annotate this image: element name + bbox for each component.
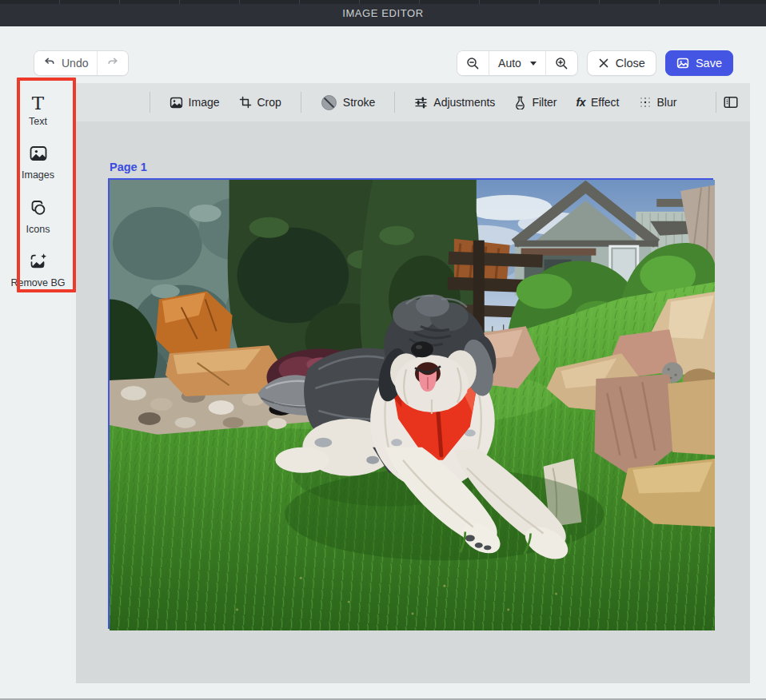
canvas-area[interactable]: Page 1 [76, 121, 750, 683]
save-label: Save [696, 57, 722, 70]
toolbar-divider [716, 92, 716, 113]
tool-stroke[interactable]: Stroke [321, 94, 375, 111]
zoom-controls: Auto [457, 50, 578, 76]
close-button[interactable]: Close [587, 50, 656, 76]
sidebar-item-text[interactable]: T Text [10, 93, 67, 127]
zoom-level-value: Auto [498, 57, 521, 70]
tool-crop-label: Crop [257, 96, 281, 109]
effect-fx-icon: fx [576, 96, 585, 109]
tool-image-label: Image [189, 96, 220, 109]
sidebar-item-remove-bg-label: Remove BG [10, 277, 65, 288]
editor-panel: Image Crop Stroke Adjustments Filter fx [76, 83, 750, 683]
zoom-in-button[interactable] [545, 51, 577, 75]
sidebar-item-remove-bg[interactable]: Remove BG [10, 252, 67, 288]
panel-toggle-button[interactable] [723, 94, 739, 113]
stroke-icon [321, 94, 337, 111]
tool-crop[interactable]: Crop [239, 96, 281, 109]
tool-adjustments[interactable]: Adjustments [414, 96, 495, 109]
page-label[interactable]: Page 1 [110, 161, 147, 173]
filter-flask-icon [514, 96, 526, 109]
tool-effect-label: Effect [591, 96, 620, 109]
undo-redo-group: Undo [34, 50, 129, 76]
close-icon [598, 58, 609, 69]
undo-label: Undo [62, 57, 88, 70]
redo-icon [106, 56, 119, 71]
panel-toggle-icon [723, 94, 739, 110]
sidebar-item-icons[interactable]: Icons [10, 198, 67, 235]
top-right-controls: Auto Close Save [457, 50, 733, 76]
chevron-down-icon [530, 62, 537, 66]
tool-blur[interactable]: Blur [639, 96, 677, 109]
sidebar-item-icons-label: Icons [26, 224, 50, 235]
sidebar-item-images[interactable]: Images [10, 144, 67, 181]
remove-bg-icon [29, 252, 48, 274]
undo-icon [43, 56, 56, 71]
sidebar-item-images-label: Images [22, 169, 54, 181]
blur-icon [639, 96, 652, 109]
app-title: IMAGE EDITOR [342, 7, 424, 19]
close-label: Close [616, 57, 645, 70]
toolbar-divider [150, 92, 150, 113]
tool-image[interactable]: Image [170, 96, 220, 109]
tool-effect[interactable]: fx Effect [576, 96, 620, 109]
zoom-out-icon [466, 57, 480, 70]
tool-filter-label: Filter [532, 96, 557, 109]
adjustments-icon [414, 96, 428, 109]
tool-adjustments-label: Adjustments [433, 96, 495, 109]
editor-toolbar: Image Crop Stroke Adjustments Filter fx [76, 83, 750, 121]
save-button[interactable]: Save [665, 50, 733, 76]
tool-blur-label: Blur [657, 96, 677, 109]
title-bar: IMAGE EDITOR [0, 0, 766, 26]
toolbar-divider [301, 92, 301, 113]
zoom-in-icon [555, 57, 569, 70]
icons-icon [29, 198, 48, 221]
dog-backyard-photo [110, 180, 715, 630]
tool-stroke-label: Stroke [343, 96, 375, 109]
sidebar-item-text-label: Text [29, 116, 47, 127]
image-icon [170, 96, 183, 109]
sidebar: T Text Images Icons Remove BG [0, 83, 76, 289]
redo-button[interactable] [97, 51, 128, 75]
page-image-selected[interactable] [108, 178, 713, 629]
zoom-level-select[interactable]: Auto [489, 51, 545, 75]
undo-button[interactable]: Undo [34, 51, 97, 75]
toolbar-divider [394, 92, 395, 113]
images-icon [29, 144, 48, 166]
zoom-out-button[interactable] [457, 51, 489, 75]
crop-icon [239, 96, 252, 109]
save-image-icon [676, 57, 689, 70]
tool-filter[interactable]: Filter [514, 96, 557, 109]
image-editor-window: IMAGE EDITOR Undo Auto [0, 0, 766, 700]
text-icon: T [32, 93, 44, 113]
